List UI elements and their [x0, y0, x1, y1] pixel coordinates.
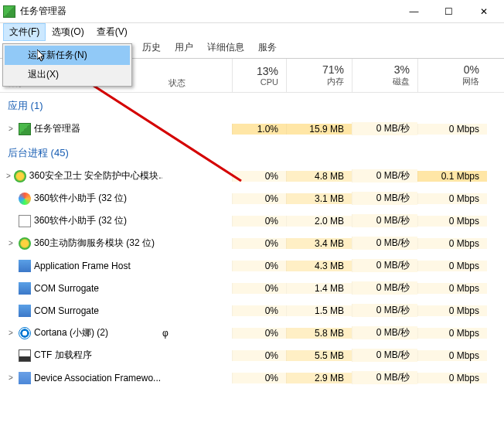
- cpu-cell: 0%: [232, 238, 286, 249]
- minimize-button[interactable]: —: [397, 0, 431, 23]
- disk-cell: 0 MB/秒: [352, 214, 417, 227]
- disk-cell: 0 MB/秒: [352, 281, 417, 295]
- col-cpu[interactable]: 13% CPU: [232, 59, 286, 92]
- col-status[interactable]: 状态: [162, 59, 232, 92]
- table-row[interactable]: 360软件小助手 (32 位)0%2.0 MB0 MB/秒0 Mbps: [0, 210, 504, 232]
- network-cell: 0 Mbps: [417, 305, 487, 316]
- process-icon: [19, 260, 31, 272]
- expand-icon[interactable]: >: [6, 239, 15, 247]
- tab-history[interactable]: 历史: [135, 37, 168, 58]
- cpu-cell: 0%: [232, 350, 286, 361]
- process-name-cell: 360软件小助手 (32 位): [0, 214, 162, 227]
- process-icon: [19, 237, 31, 250]
- expand-icon[interactable]: >: [6, 373, 15, 382]
- table-row[interactable]: COM Surrogate0%1.5 MB0 MB/秒0 Mbps: [0, 299, 504, 322]
- process-name: 360软件小助手 (32 位): [34, 214, 127, 227]
- process-name-cell: 360软件小助手 (32 位): [0, 192, 162, 205]
- network-cell: 0 Mbps: [417, 124, 487, 135]
- col-memory[interactable]: 71% 内存: [286, 59, 352, 92]
- cpu-cell: 0%: [232, 193, 286, 204]
- table-row[interactable]: >360主动防御服务模块 (32 位)0%3.4 MB0 MB/秒0 Mbps: [0, 232, 504, 254]
- memory-cell: 5.8 MB: [286, 328, 352, 339]
- process-icon: [19, 305, 31, 317]
- memory-cell: 4.3 MB: [286, 261, 352, 271]
- process-name: Cortana (小娜) (2): [34, 326, 108, 339]
- process-name-cell: CTF 加载程序: [0, 349, 162, 362]
- cpu-cell: 0%: [232, 216, 286, 227]
- col-disk[interactable]: 3% 磁盘: [352, 59, 417, 92]
- table-row[interactable]: 360软件小助手 (32 位)0%3.1 MB0 MB/秒0 Mbps: [0, 187, 504, 210]
- suspended-icon: φ: [162, 328, 173, 339]
- expand-icon[interactable]: >: [6, 329, 15, 337]
- maximize-button[interactable]: ☐: [431, 0, 466, 23]
- disk-cell: 0 MB/秒: [352, 371, 417, 384]
- process-name: COM Surrogate: [34, 283, 99, 294]
- cpu-cell: 0%: [232, 171, 286, 182]
- menu-view[interactable]: 查看(V): [90, 23, 134, 41]
- table-row[interactable]: Application Frame Host0%4.3 MB0 MB/秒0 Mb…: [0, 254, 504, 277]
- window-title: 任务管理器: [20, 5, 397, 18]
- process-name-cell: >Device Association Framewo...: [0, 372, 162, 384]
- memory-cell: 2.9 MB: [286, 373, 352, 383]
- menu-exit[interactable]: 退出(X): [5, 65, 130, 84]
- titlebar: 任务管理器 — ☐ ✕: [0, 0, 504, 23]
- disk-cell: 0 MB/秒: [352, 259, 417, 272]
- process-icon: [19, 282, 31, 295]
- process-icon: [19, 327, 31, 339]
- process-name-cell: COM Surrogate: [0, 282, 162, 295]
- process-name-cell: >任务管理器: [0, 122, 162, 135]
- process-list[interactable]: 应用 (1) >任务管理器1.0%15.9 MB0 MB/秒0 Mbps 后台进…: [0, 93, 504, 425]
- process-name-cell: >360主动防御服务模块 (32 位): [0, 237, 162, 250]
- process-name-cell: >Cortana (小娜) (2): [0, 326, 162, 339]
- cpu-cell: 0%: [232, 283, 286, 294]
- process-name-cell: COM Surrogate: [0, 305, 162, 317]
- cpu-cell: 0%: [232, 373, 286, 383]
- table-row[interactable]: >Cortana (小娜) (2)φ0%5.8 MB0 MB/秒0 Mbps: [0, 322, 504, 344]
- table-row[interactable]: CTF 加载程序0%5.5 MB0 MB/秒0 Mbps: [0, 344, 504, 366]
- process-icon: [14, 170, 26, 182]
- process-name: Device Association Framewo...: [34, 373, 161, 383]
- memory-cell: 1.4 MB: [286, 283, 352, 294]
- process-name: 360安全卫士 安全防护中心模块...: [29, 169, 162, 182]
- table-row[interactable]: >360安全卫士 安全防护中心模块...0%4.8 MB0 MB/秒0.1 Mb…: [0, 165, 504, 187]
- process-name: Application Frame Host: [34, 261, 131, 271]
- process-icon: [19, 349, 31, 362]
- cursor-icon: [37, 49, 48, 64]
- process-icon: [19, 215, 31, 227]
- cpu-cell: 0%: [232, 328, 286, 339]
- process-name-cell: >360安全卫士 安全防护中心模块...: [0, 169, 162, 182]
- tab-services[interactable]: 服务: [251, 37, 284, 58]
- network-cell: 0 Mbps: [417, 193, 487, 204]
- menu-run-new-task[interactable]: 运行新任务(N): [5, 46, 130, 65]
- file-menu-dropdown: 运行新任务(N) 退出(X): [2, 43, 132, 87]
- close-button[interactable]: ✕: [466, 0, 501, 23]
- network-cell: 0 Mbps: [417, 261, 487, 271]
- network-cell: 0.1 Mbps: [417, 171, 487, 182]
- disk-cell: 0 MB/秒: [352, 122, 417, 135]
- process-icon: [19, 193, 31, 205]
- network-cell: 0 Mbps: [417, 328, 487, 339]
- table-row[interactable]: COM Surrogate0%1.4 MB0 MB/秒0 Mbps: [0, 277, 504, 299]
- memory-cell: 2.0 MB: [286, 216, 352, 227]
- group-apps[interactable]: 应用 (1): [0, 93, 504, 118]
- disk-cell: 0 MB/秒: [352, 349, 417, 362]
- memory-cell: 3.4 MB: [286, 238, 352, 249]
- network-cell: 0 Mbps: [417, 283, 487, 294]
- process-icon: [19, 123, 31, 135]
- menu-file[interactable]: 文件(F): [3, 23, 46, 41]
- process-name-cell: Application Frame Host: [0, 260, 162, 272]
- group-background[interactable]: 后台进程 (45): [0, 140, 504, 165]
- table-row[interactable]: >Device Association Framewo...0%2.9 MB0 …: [0, 366, 504, 389]
- tab-users[interactable]: 用户: [168, 37, 200, 58]
- tab-details[interactable]: 详细信息: [200, 37, 251, 58]
- expand-icon[interactable]: >: [6, 172, 11, 180]
- table-row[interactable]: >任务管理器1.0%15.9 MB0 MB/秒0 Mbps: [0, 118, 504, 140]
- disk-cell: 0 MB/秒: [352, 304, 417, 317]
- menubar: 文件(F) 选项(O) 查看(V): [0, 23, 504, 40]
- network-cell: 0 Mbps: [417, 350, 487, 361]
- network-cell: 0 Mbps: [417, 216, 487, 227]
- col-network[interactable]: 0% 网络: [417, 59, 487, 92]
- expand-icon[interactable]: >: [6, 124, 15, 133]
- cpu-cell: 1.0%: [232, 124, 286, 135]
- menu-options[interactable]: 选项(O): [46, 23, 90, 41]
